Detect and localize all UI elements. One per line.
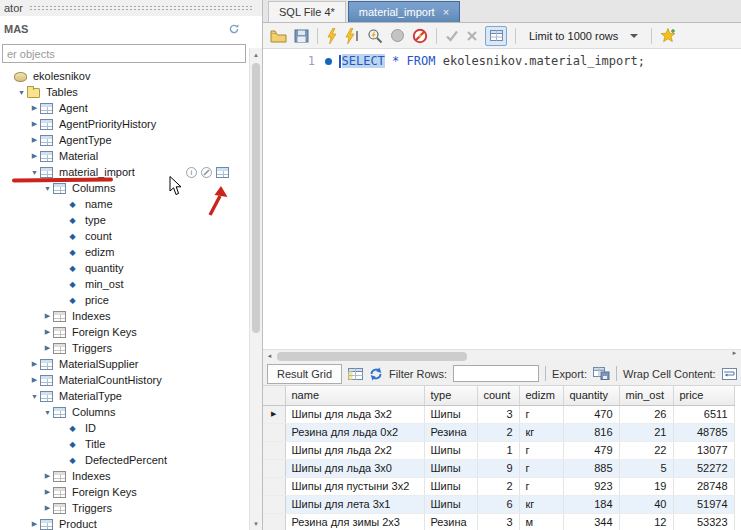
collapse-icon[interactable]: ▼ (29, 169, 40, 176)
tree-item-agenttype[interactable]: ▶AgentType (0, 132, 249, 148)
tree-item-indexes[interactable]: ▶Indexes (0, 468, 249, 484)
tree-item-material[interactable]: ▶Material (0, 148, 249, 164)
row-selector[interactable] (263, 423, 285, 441)
cell-count[interactable]: 9 (477, 459, 519, 477)
collapse-icon[interactable]: ▼ (42, 409, 53, 416)
tree-item-quantity[interactable]: ◆quantity (0, 260, 249, 276)
cell-price[interactable]: 53323 (673, 513, 734, 530)
refresh-schemas-icon[interactable] (226, 22, 242, 36)
save-script-icon[interactable] (294, 26, 309, 46)
row-selector[interactable] (263, 459, 285, 477)
filter-rows-input[interactable] (453, 365, 539, 382)
tree-item-materialsupplier[interactable]: ▶MaterialSupplier (0, 356, 249, 372)
tree-item-product[interactable]: ▶Product (0, 516, 249, 530)
tree-item-edizm[interactable]: ◆edizm (0, 244, 249, 260)
cell-quantity[interactable]: 184 (563, 495, 619, 513)
navigator-scrollbar[interactable]: ▲ ▼ (249, 48, 262, 530)
sql-code-line[interactable]: SELECT * FROM ekolesnikov.material_impor… (339, 49, 645, 349)
cell-name[interactable]: Шипы для пустыни 3x2 (285, 477, 424, 495)
stop-icon[interactable] (390, 26, 405, 46)
tree-item-columns[interactable]: ▼Columns (0, 404, 249, 420)
commit-icon[interactable] (445, 26, 459, 46)
cell-type[interactable]: Резина (424, 423, 477, 441)
export-icon[interactable] (593, 364, 610, 384)
tree-item-indexes[interactable]: ▶Indexes (0, 308, 249, 324)
wrap-cell-content-icon[interactable] (722, 364, 737, 384)
cell-min_ost[interactable]: 5 (619, 459, 673, 477)
row-selector[interactable] (263, 495, 285, 513)
expand-icon[interactable]: ▶ (29, 104, 40, 112)
tree-item-type[interactable]: ◆type (0, 212, 249, 228)
collapse-icon[interactable]: ▼ (29, 393, 40, 400)
cell-name[interactable]: Шипы для льда 2x2 (285, 441, 424, 459)
column-header-name[interactable]: name (285, 386, 424, 405)
expand-icon[interactable]: ▶ (42, 488, 53, 496)
tree-item-min-ost[interactable]: ◆min_ost (0, 276, 249, 292)
tree-item-foreign-keys[interactable]: ▶Foreign Keys (0, 484, 249, 500)
cell-quantity[interactable]: 816 (563, 423, 619, 441)
tree-item-title[interactable]: ◆Title (0, 436, 249, 452)
tab-material-import[interactable]: material_import × (348, 1, 460, 22)
editor-horizontal-scrollbar[interactable]: ◄ ► (263, 349, 741, 362)
cell-type[interactable]: Шипы (424, 405, 477, 423)
cell-quantity[interactable]: 344 (563, 513, 619, 530)
expand-icon[interactable]: ▶ (42, 344, 53, 352)
cell-type[interactable]: Шипы (424, 441, 477, 459)
cell-name[interactable]: Шипы для лета 3x1 (285, 495, 424, 513)
cell-edizm[interactable]: г (519, 441, 563, 459)
column-header-count[interactable]: count (477, 386, 519, 405)
tab-close-icon[interactable]: × (443, 7, 449, 17)
expand-icon[interactable]: ▶ (42, 312, 53, 320)
toggle-stop-on-error-icon[interactable] (412, 26, 428, 46)
refresh-grid-icon[interactable] (369, 364, 383, 384)
scrollbar-thumb[interactable] (277, 352, 467, 361)
result-grid-toggle-icon[interactable] (485, 26, 507, 46)
cell-quantity[interactable]: 470 (563, 405, 619, 423)
cell-price[interactable]: 6511 (673, 405, 734, 423)
tree-item-defectedpercent[interactable]: ◆DefectedPercent (0, 452, 249, 468)
expand-icon[interactable]: ▶ (29, 136, 40, 144)
cell-price[interactable]: 51974 (673, 495, 734, 513)
tree-item-agentpriorityhistory[interactable]: ▶AgentPriorityHistory (0, 116, 249, 132)
tree-item-columns[interactable]: ▼Columns (0, 180, 249, 196)
scroll-up-icon[interactable]: ▲ (250, 48, 262, 61)
expand-icon[interactable]: ▶ (42, 328, 53, 336)
cell-quantity[interactable]: 479 (563, 441, 619, 459)
cell-price[interactable]: 48785 (673, 423, 734, 441)
tree-item-ekolesnikov[interactable]: ekolesnikov (0, 68, 249, 84)
row-selector[interactable] (263, 441, 285, 459)
tree-item-agent[interactable]: ▶Agent (0, 100, 249, 116)
cell-name[interactable]: Резина для зимы 2x3 (285, 513, 424, 530)
result-grid-icon[interactable] (348, 364, 363, 384)
expand-icon[interactable]: ▶ (42, 472, 53, 480)
result-grid-tab[interactable]: Result Grid (267, 364, 342, 384)
tree-item-materialcounthistory[interactable]: ▶MaterialCountHistory (0, 372, 249, 388)
cell-edizm[interactable]: г (519, 477, 563, 495)
tree-item-material-import[interactable]: ▼material_importi (0, 164, 249, 180)
cell-type[interactable]: Резина (424, 513, 477, 530)
column-header-edizm[interactable]: edizm (519, 386, 563, 405)
scrollbar-thumb[interactable] (252, 63, 260, 333)
cell-quantity[interactable]: 885 (563, 459, 619, 477)
cell-min_ost[interactable]: 21 (619, 423, 673, 441)
cell-type[interactable]: Шипы (424, 459, 477, 477)
cell-name[interactable]: Шипы для льда 3x2 (285, 405, 424, 423)
explain-icon[interactable] (367, 26, 383, 46)
cell-min_ost[interactable]: 22 (619, 441, 673, 459)
expand-icon[interactable]: ▶ (29, 360, 40, 368)
collapse-icon[interactable]: ▼ (16, 89, 27, 96)
row-selector[interactable] (263, 477, 285, 495)
cell-price[interactable]: 28748 (673, 477, 734, 495)
panel-splitter-handle[interactable] (29, 5, 252, 12)
tree-item-triggers[interactable]: ▶Triggers (0, 500, 249, 516)
cell-edizm[interactable]: г (519, 405, 563, 423)
cell-type[interactable]: Шипы (424, 477, 477, 495)
cell-count[interactable]: 1 (477, 441, 519, 459)
tree-item-triggers[interactable]: ▶Triggers (0, 340, 249, 356)
rollback-icon[interactable] (466, 26, 478, 46)
cell-min_ost[interactable]: 40 (619, 495, 673, 513)
cell-count[interactable]: 3 (477, 513, 519, 530)
column-header-quantity[interactable]: quantity (563, 386, 619, 405)
save-snippet-icon[interactable] (660, 26, 676, 46)
cell-count[interactable]: 2 (477, 477, 519, 495)
